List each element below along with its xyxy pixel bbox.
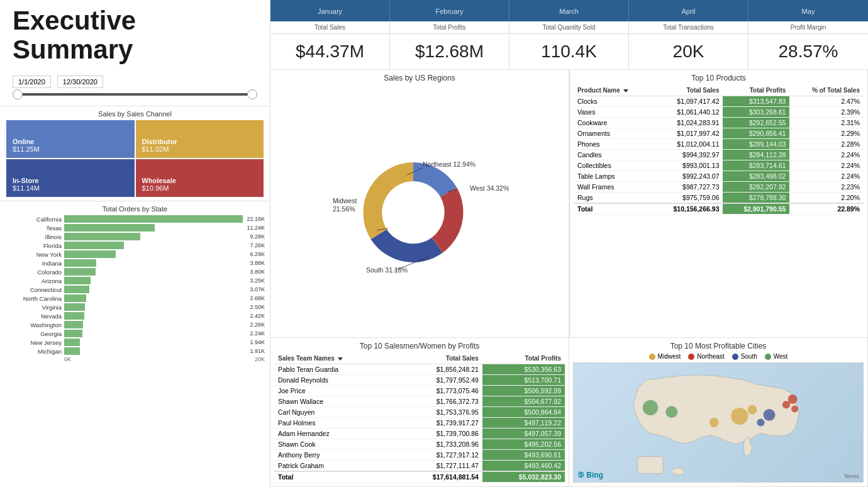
bar-row[interactable]: Connecticut 3.07K: [5, 286, 265, 293]
col-product-name[interactable]: Product Name: [574, 85, 652, 96]
metric-value-sales: $44.37M: [270, 34, 390, 69]
donut-section: Sales by US Regions: [270, 69, 569, 338]
legend-northeast: Northeast: [688, 353, 724, 360]
table-row[interactable]: Paul Holmes $1,739,917.27 $497,119.22: [274, 418, 565, 428]
product-profits: $282,207.92: [723, 182, 789, 193]
table-row[interactable]: Anthony Berry $1,727,917.12 $493,690.61: [274, 450, 565, 461]
slider-fill: [18, 93, 252, 96]
channel-instore[interactable]: In-Store $11.14M: [6, 159, 135, 197]
table-row[interactable]: Joe Price $1,773,075.46 $506,592.99: [274, 386, 565, 396]
tab-april[interactable]: April: [629, 0, 748, 21]
bar-row[interactable]: Texas 11.24K: [5, 224, 265, 232]
bar-row[interactable]: Indiana 3.88K: [5, 259, 265, 267]
table-row[interactable]: Candles $994,392.97 $284,112.28 2.24%: [574, 150, 864, 160]
table-row[interactable]: Collectibles $993,001.13 $283,714.61 2.2…: [574, 160, 864, 171]
metric-label-transactions: Total Transactions: [629, 21, 748, 33]
table-row[interactable]: Cookware $1,024,283.91 $292,652.55 2.31%: [574, 118, 864, 128]
product-profits: $292,652.55: [723, 118, 789, 128]
table-row[interactable]: Ornaments $1,017,997.42 $290,856.41 2.29…: [574, 128, 864, 139]
bar-row[interactable]: Georgia 2.24K: [5, 330, 265, 337]
segment-south[interactable]: [431, 188, 463, 253]
bar-state-label: Arizona: [5, 277, 62, 284]
bar-row[interactable]: North Carolina 2.68K: [5, 294, 265, 302]
bar-value: 1.91K: [250, 348, 265, 354]
northeast-label: Northeast 12.94%: [423, 160, 476, 168]
slider-thumb-left[interactable]: [13, 89, 23, 99]
table-row[interactable]: Clocks $1,097,417.42 $313,547.83 2.47%: [574, 96, 864, 107]
bar-state-label: Connecticut: [5, 286, 62, 293]
donut-wrapper: West 34.32% Midwest 21.56% South 31.18% …: [274, 85, 565, 333]
slider-thumb-right[interactable]: [247, 89, 257, 99]
sales-channel-title: Sales by Sales Channel: [6, 110, 264, 118]
col-total-sales[interactable]: Total Sales: [652, 85, 723, 96]
bar-container: [64, 303, 246, 311]
col-sales-profits[interactable]: Total Profits: [482, 353, 565, 364]
channel-online[interactable]: Online $11.25M: [6, 120, 135, 158]
bar-container: [64, 294, 246, 302]
date-slider[interactable]: [18, 93, 252, 96]
bar-row[interactable]: New Jersey 1.94K: [5, 339, 265, 346]
channel-online-value: $11.25M: [13, 145, 128, 153]
table-row[interactable]: Rugs $975,759.06 $278,788.30 2.20%: [574, 193, 864, 204]
table-row[interactable]: Shawn Wallace $1,766,372.73 $504,677.92: [274, 396, 565, 407]
bubble-south-1: [757, 418, 764, 426]
bar-container: [64, 321, 246, 328]
table-row[interactable]: Pablo Teran Guardia $1,856,248.21 $530,3…: [274, 364, 565, 375]
table-row[interactable]: Donald Reynolds $1,797,952.49 $513,700.7…: [274, 375, 565, 386]
segment-northeast[interactable]: [363, 162, 413, 239]
table-row[interactable]: Carl Nguyen $1,753,376.95 $500,964.84: [274, 407, 565, 418]
bar-row[interactable]: Arizona 3.25K: [5, 277, 265, 284]
table-row[interactable]: Wall Frames $987,727.73 $282,207.92 2.23…: [574, 182, 864, 193]
bar-chart-inner[interactable]: California 22.16K Texas 11.24K Illinois …: [5, 215, 265, 355]
total-transactions-value: 20K: [673, 42, 704, 61]
south-label: South 31.18%: [366, 266, 408, 274]
salesperson-profits: $530,356.63: [482, 364, 565, 375]
table-row[interactable]: Patrick Graham $1,727,111.47 $493,460.42: [274, 461, 565, 472]
tab-january[interactable]: January: [270, 0, 390, 21]
table-row[interactable]: Adam Hernandez $1,739,700.86 $497,057.39: [274, 428, 565, 439]
bar-state-label: Virginia: [5, 304, 62, 311]
col-sales-total[interactable]: Total Sales: [394, 353, 482, 364]
bar-row[interactable]: New York 6.29K: [5, 250, 265, 258]
product-pct: 2.39%: [789, 107, 864, 118]
bar-container: [64, 339, 246, 346]
bar-state-label: Illinois: [5, 233, 62, 240]
bar-state-label: Washington: [5, 322, 62, 328]
bar-row[interactable]: Nevada 2.42K: [5, 312, 265, 320]
table-row[interactable]: Vases $1,061,440.12 $303,268.61 2.39%: [574, 107, 864, 118]
bar-axis: 0K 20K: [5, 356, 265, 362]
products-section: Top 10 Products Product Name Total Sales…: [569, 69, 868, 338]
segment-midwest[interactable]: [371, 229, 443, 262]
bar-row[interactable]: Virginia 2.50K: [5, 303, 265, 311]
metric-value-profits: $12.68M: [390, 34, 509, 69]
tab-may[interactable]: May: [748, 0, 868, 21]
col-pct-sales[interactable]: % of Total Sales: [789, 85, 864, 96]
bar-row[interactable]: Michigan 1.91K: [5, 347, 265, 355]
product-pct: 2.24%: [789, 171, 864, 182]
col-total-profits[interactable]: Total Profits: [723, 85, 789, 96]
product-profits: $278,788.30: [723, 193, 789, 204]
date-start[interactable]: 1/1/2020: [13, 76, 51, 88]
table-row[interactable]: Shawn Cook $1,733,208.96 $495,202.56: [274, 439, 565, 450]
salesteam-title: Top 10 Salesmen/Women by Profits: [274, 342, 565, 350]
channel-wholesale[interactable]: Wholesale $10.96M: [136, 159, 264, 197]
bar-row[interactable]: Colorado 3.80K: [5, 268, 265, 276]
channel-grid: Online $11.25M Distributor $11.02M In-St…: [6, 120, 264, 197]
bar-row[interactable]: Washington 2.26K: [5, 321, 265, 328]
col-sales-name[interactable]: Sales Team Names: [274, 353, 394, 364]
bar-row[interactable]: California 22.16K: [5, 215, 265, 223]
profit-margin-value: 28.57%: [779, 42, 838, 61]
tab-february[interactable]: February: [390, 0, 509, 21]
bar-row[interactable]: Florida 7.26K: [5, 242, 265, 249]
bar-row[interactable]: Illinois 9.28K: [5, 233, 265, 240]
product-profits: $289,144.03: [723, 139, 789, 150]
date-end[interactable]: 12/30/2020: [57, 76, 103, 88]
table-row[interactable]: Phones $1,012,004.11 $289,144.03 2.28%: [574, 139, 864, 150]
tab-march[interactable]: March: [509, 0, 629, 21]
channel-distributor[interactable]: Distributor $11.02M: [136, 120, 264, 158]
tab-april-label: April: [634, 8, 743, 15]
bar-value: 2.50K: [250, 304, 265, 310]
table-row[interactable]: Table Lamps $992,243.07 $283,498.02 2.24…: [574, 171, 864, 182]
salesperson-name: Adam Hernandez: [274, 428, 394, 439]
metric-label-margin: Profit Margin: [748, 21, 868, 33]
